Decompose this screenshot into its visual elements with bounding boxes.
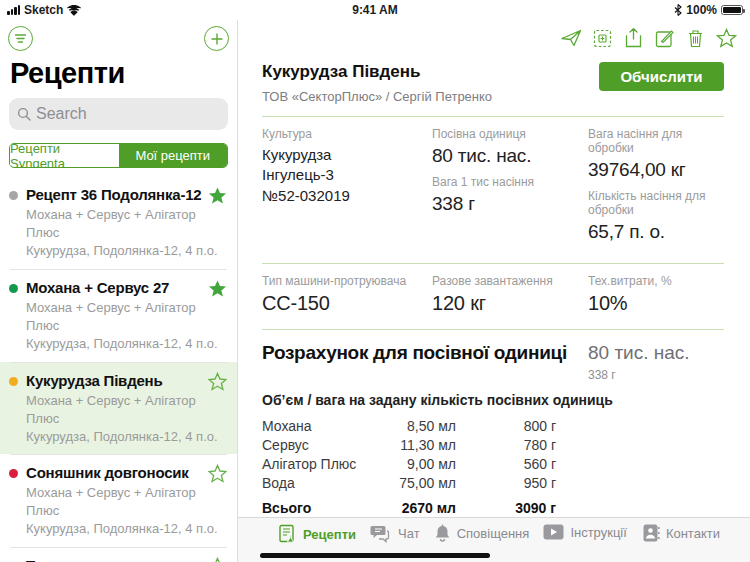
battery-icon — [721, 5, 743, 15]
tab-contacts[interactable]: Контакти — [641, 524, 720, 542]
search-icon — [17, 107, 31, 121]
field-value: 10% — [588, 292, 724, 315]
edit-icon[interactable] — [653, 27, 675, 49]
video-play-icon — [543, 524, 564, 540]
field-value: СС-150 — [262, 292, 432, 315]
add-recipe-button[interactable] — [204, 26, 229, 51]
section-meta-sub: 338 г — [588, 368, 724, 382]
field-value: №52-032019 — [262, 186, 432, 206]
send-icon[interactable] — [560, 27, 582, 49]
recipe-title: Мохана + Сервус 27 — [26, 279, 227, 296]
field-label: Тех.витрати, % — [588, 274, 724, 288]
filter-menu-button[interactable] — [8, 26, 33, 51]
info-section-machine: Тип машини-протруювача СС-150 Разове зав… — [262, 264, 724, 315]
tab-syngenta-recipes[interactable]: Рецепти Syngenta — [10, 144, 119, 167]
favorite-star-icon[interactable] — [208, 557, 227, 562]
tab-label: Рецепти — [303, 527, 356, 542]
recipe-title: Рецепт 36 Подолянка-12 — [26, 186, 227, 203]
field-value: 65,7 п. о. — [588, 221, 724, 243]
field-label: Вага 1 тис насіння — [432, 175, 588, 189]
page-title: Рецепти — [0, 51, 237, 98]
clock: 9:41 AM — [352, 3, 398, 17]
field-value: 120 кг — [432, 292, 588, 315]
bell-icon — [434, 524, 451, 543]
list-item-selected[interactable]: Кукурудза Південь Мохана + Сервус + Аліг… — [0, 362, 237, 455]
recipe-subtitle: Мохана + Сервус + Алігатор ПлюсКукурудза… — [26, 299, 227, 353]
recipe-title: Кукурудза Південь — [26, 372, 227, 389]
status-dot — [9, 377, 18, 386]
table-row: Мохана8,50 мл800 г — [262, 417, 556, 435]
field-value: Інгулець-3 — [262, 165, 432, 185]
tab-notifications[interactable]: Сповіщення — [434, 524, 530, 543]
carrier-label: Sketch — [24, 3, 63, 17]
status-dot — [9, 191, 18, 200]
add-template-icon[interactable] — [591, 27, 613, 49]
field-value: 39764,00 кг — [588, 159, 724, 181]
favorite-star-icon[interactable] — [208, 372, 227, 391]
list-item[interactable]: Тля по соняху Мохана + Сервус + Алігатор… — [0, 547, 237, 562]
table-row: Сервус11,30 мл780 г — [262, 436, 556, 454]
status-dot — [9, 284, 18, 293]
tab-chat[interactable]: Чат — [370, 524, 420, 543]
tab-label: Сповіщення — [457, 526, 530, 541]
section-title: Розрахунок для посівної одиниці — [262, 342, 588, 382]
list-item[interactable]: Мохана + Сервус 27 Мохана + Сервус + Алі… — [0, 269, 237, 362]
detail-title: Кукурудза Південь — [262, 62, 492, 82]
field-value: 338 г — [432, 193, 588, 215]
favorite-star-icon[interactable] — [208, 279, 227, 298]
field-value: 80 тис. нас. — [432, 145, 588, 167]
field-value: Кукурудза — [262, 145, 432, 165]
recipe-title: Соняшник довгоносик — [26, 464, 227, 481]
field-label: Вага насіння для обробки — [588, 127, 724, 155]
detail-subtitle: ТОВ «СекторПлюс» / Сергій Петренко — [262, 89, 492, 104]
status-dot — [9, 469, 18, 478]
tab-label: Чат — [398, 526, 420, 541]
chat-tab-icon — [370, 524, 392, 543]
recipes-tab-icon — [278, 524, 297, 544]
favorite-star-icon[interactable] — [208, 464, 227, 483]
recipes-list: Рецепт 36 Подолянка-12 Мохана + Сервус +… — [0, 176, 237, 562]
home-indicator[interactable] — [260, 553, 490, 558]
table-row: Вода75,00 мл950 г — [262, 474, 556, 492]
calc-seeding-unit-section: Розрахунок для посівної одиниці 80 тис. … — [262, 330, 724, 382]
status-bar: Sketch 9:41 AM 100% — [0, 0, 750, 20]
share-icon[interactable] — [622, 27, 644, 49]
section-meta-value: 80 тис. нас. — [588, 342, 724, 364]
recipe-subtitle: Мохана + Сервус + Алігатор ПлюсКукурудза… — [26, 392, 227, 446]
recipe-subtitle: Мохана + Сервус + Алігатор ПлюсКукурудза… — [26, 206, 227, 260]
list-item[interactable]: Рецепт 36 Подолянка-12 Мохана + Сервус +… — [0, 176, 237, 269]
search-field[interactable] — [9, 98, 228, 130]
battery-percentage: 100% — [686, 3, 717, 17]
search-input[interactable] — [36, 105, 243, 123]
field-label: Посівна одиниця — [432, 127, 588, 141]
field-label: Культура — [262, 127, 432, 141]
recipe-title: Тля по соняху — [26, 557, 227, 562]
recipes-sidebar: Рецепти Рецепти Syngenta Мої рецепти Рец… — [0, 20, 238, 562]
list-item[interactable]: Соняшник довгоносик Мохана + Сервус + Ал… — [0, 454, 237, 547]
components-table: Мохана8,50 мл800 г Сервус11,30 мл780 г А… — [262, 417, 556, 517]
recipe-detail-panel: Кукурудза Південь ТОВ «СекторПлюс» / Сер… — [238, 20, 750, 562]
tab-my-recipes[interactable]: Мої рецепти — [119, 144, 228, 167]
contacts-book-icon — [641, 524, 660, 542]
tab-label: Інструкції — [570, 525, 626, 540]
field-label: Тип машини-протруювача — [262, 274, 432, 288]
calculate-button[interactable]: Обчислити — [599, 62, 724, 91]
delete-icon[interactable] — [684, 27, 706, 49]
wifi-icon — [67, 5, 81, 16]
bluetooth-icon — [674, 4, 682, 16]
table-row: Алігатор Плюс9,00 мл560 г — [262, 455, 556, 473]
detail-toolbar — [238, 20, 750, 52]
field-label: Разове завантаження — [432, 274, 588, 288]
favorite-star-icon[interactable] — [208, 186, 227, 205]
table-total-row: Всього2670 мл3090 г — [262, 499, 556, 517]
recipe-subtitle: Мохана + Сервус + Алігатор ПлюсКукурудза… — [26, 484, 227, 538]
section-subheading: Об’єм / вага на задану кількість посівни… — [262, 392, 724, 408]
tab-instructions[interactable]: Інструкції — [543, 524, 626, 540]
favorite-icon[interactable] — [715, 27, 737, 49]
tab-label: Контакти — [666, 526, 720, 541]
tab-recipes[interactable]: Рецепти — [278, 524, 356, 544]
cellular-signal-icon — [7, 5, 20, 15]
detail-content: Кукурудза Південь ТОВ «СекторПлюс» / Сер… — [238, 52, 750, 517]
info-section-culture: Культура Кукурудза Інгулець-3 №52-032019… — [262, 117, 724, 251]
field-label: Кількість насіння для обробки — [588, 189, 724, 217]
